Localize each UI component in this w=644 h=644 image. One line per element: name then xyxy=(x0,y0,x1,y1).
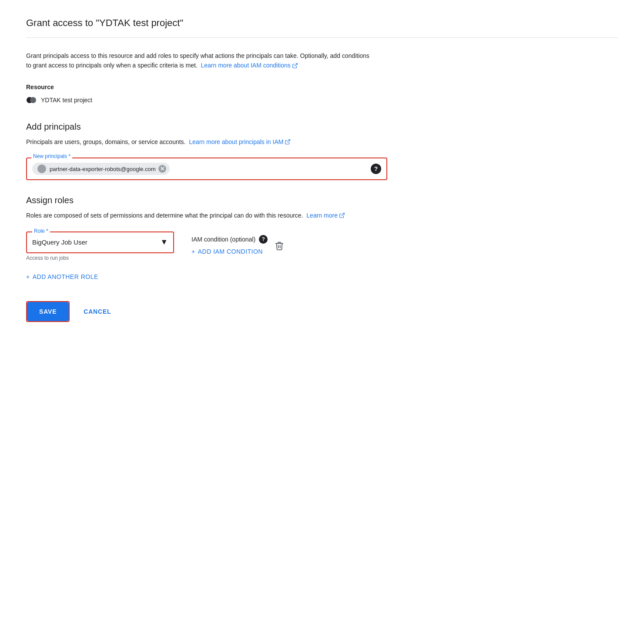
iam-condition-label: IAM condition (optional) ? xyxy=(191,235,268,244)
svg-line-3 xyxy=(287,140,290,142)
add-iam-condition-label: ADD IAM CONDITION xyxy=(198,248,263,255)
page-description: Grant principals access to this resource… xyxy=(26,51,374,70)
page-title: Grant access to "YDTAK test project" xyxy=(26,17,618,38)
new-principals-label: New principals * xyxy=(31,153,72,159)
svg-line-4 xyxy=(342,213,344,216)
actions-row: SAVE CANCEL xyxy=(26,301,618,322)
delete-role-col xyxy=(273,235,286,255)
add-principals-title: Add principals xyxy=(26,122,618,132)
principal-chip: partner-data-exporter-robots@google.com … xyxy=(32,163,170,175)
trash-icon xyxy=(275,241,284,253)
resource-icon xyxy=(26,96,37,104)
role-select-dropdown[interactable]: BigQuery Job User ▼ xyxy=(32,236,168,249)
chip-close-button[interactable]: ✕ xyxy=(158,165,166,173)
assign-roles-section: Assign roles Roles are composed of sets … xyxy=(26,195,618,283)
cancel-button[interactable]: CANCEL xyxy=(77,302,118,321)
role-row: Role * BigQuery Job User ▼ Access to run… xyxy=(26,231,618,261)
add-iam-condition-button[interactable]: + ADD IAM CONDITION xyxy=(191,246,268,257)
principals-chips: partner-data-exporter-robots@google.com … xyxy=(32,163,371,175)
save-button-wrapper: SAVE xyxy=(26,301,70,322)
principals-description: Principals are users, groups, domains, o… xyxy=(26,137,374,147)
add-another-role-plus-icon: + xyxy=(26,273,30,280)
assign-roles-title: Assign roles xyxy=(26,195,618,205)
add-iam-plus-icon: + xyxy=(191,248,195,255)
roles-description: Roles are composed of sets of permission… xyxy=(26,211,374,220)
learn-roles-link[interactable]: Learn more xyxy=(306,211,345,220)
role-select-wrapper[interactable]: Role * BigQuery Job User ▼ xyxy=(26,231,174,253)
role-hint: Access to run jobs xyxy=(26,255,174,261)
principals-help-icon[interactable]: ? xyxy=(371,164,381,174)
new-principals-field-container: New principals * partner-data-exporter-r… xyxy=(26,158,387,180)
dropdown-arrow-icon: ▼ xyxy=(160,238,168,247)
svg-point-2 xyxy=(30,97,36,103)
svg-line-0 xyxy=(295,63,297,66)
add-principals-section: Add principals Principals are users, gro… xyxy=(26,122,618,180)
iam-condition-help-icon[interactable]: ? xyxy=(259,235,268,244)
selected-role-label: BigQuery Job User xyxy=(32,238,87,246)
resource-item: YDTAK test project xyxy=(26,96,618,104)
learn-principals-link[interactable]: Learn more about principals in IAM xyxy=(189,137,291,147)
chip-avatar xyxy=(37,164,46,173)
delete-role-button[interactable] xyxy=(273,239,286,255)
resource-section-label: Resource xyxy=(26,84,618,91)
external-link-icon xyxy=(292,63,298,69)
resource-name: YDTAK test project xyxy=(41,97,92,104)
learn-iam-conditions-link[interactable]: Learn more about IAM conditions xyxy=(201,60,298,70)
learn-principals-external-icon xyxy=(285,139,291,145)
principals-input-wrapper[interactable]: partner-data-exporter-robots@google.com … xyxy=(26,158,387,180)
add-another-role-label: ADD ANOTHER ROLE xyxy=(33,273,98,280)
role-field-label: Role * xyxy=(32,228,50,234)
iam-condition-section: IAM condition (optional) ? + ADD IAM CON… xyxy=(191,231,286,257)
save-button[interactable]: SAVE xyxy=(27,302,69,321)
resource-section: Resource YDTAK test project xyxy=(26,84,618,104)
chip-email: partner-data-exporter-robots@google.com xyxy=(50,166,156,172)
role-field-container: Role * BigQuery Job User ▼ Access to run… xyxy=(26,231,174,261)
learn-roles-external-icon xyxy=(339,212,345,218)
iam-condition-col: IAM condition (optional) ? + ADD IAM CON… xyxy=(191,235,268,257)
add-another-role-button[interactable]: + ADD ANOTHER ROLE xyxy=(26,270,98,284)
